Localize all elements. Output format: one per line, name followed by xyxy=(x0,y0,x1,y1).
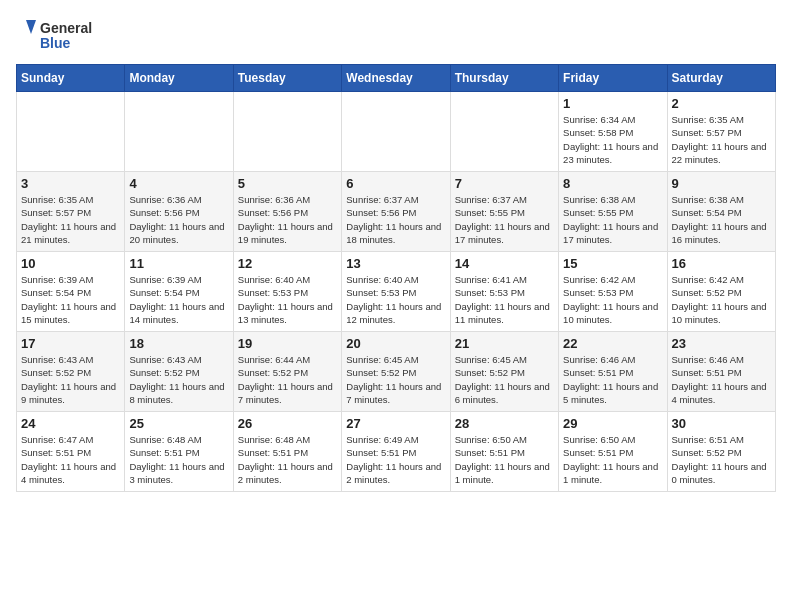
day-info: Sunrise: 6:40 AM Sunset: 5:53 PM Dayligh… xyxy=(238,273,337,326)
day-number: 15 xyxy=(563,256,662,271)
calendar-cell: 20Sunrise: 6:45 AM Sunset: 5:52 PM Dayli… xyxy=(342,332,450,412)
week-row-1: 1Sunrise: 6:34 AM Sunset: 5:58 PM Daylig… xyxy=(17,92,776,172)
day-number: 8 xyxy=(563,176,662,191)
calendar-cell: 26Sunrise: 6:48 AM Sunset: 5:51 PM Dayli… xyxy=(233,412,341,492)
calendar-cell: 7Sunrise: 6:37 AM Sunset: 5:55 PM Daylig… xyxy=(450,172,558,252)
day-number: 1 xyxy=(563,96,662,111)
calendar-cell xyxy=(17,92,125,172)
calendar-cell: 9Sunrise: 6:38 AM Sunset: 5:54 PM Daylig… xyxy=(667,172,775,252)
day-info: Sunrise: 6:49 AM Sunset: 5:51 PM Dayligh… xyxy=(346,433,445,486)
day-number: 19 xyxy=(238,336,337,351)
logo-svg: GeneralBlue xyxy=(16,16,96,56)
day-info: Sunrise: 6:43 AM Sunset: 5:52 PM Dayligh… xyxy=(129,353,228,406)
day-info: Sunrise: 6:48 AM Sunset: 5:51 PM Dayligh… xyxy=(238,433,337,486)
calendar-header-row: SundayMondayTuesdayWednesdayThursdayFrid… xyxy=(17,65,776,92)
day-number: 22 xyxy=(563,336,662,351)
day-number: 3 xyxy=(21,176,120,191)
svg-marker-0 xyxy=(26,20,36,34)
day-number: 7 xyxy=(455,176,554,191)
day-number: 30 xyxy=(672,416,771,431)
day-info: Sunrise: 6:38 AM Sunset: 5:55 PM Dayligh… xyxy=(563,193,662,246)
day-number: 26 xyxy=(238,416,337,431)
day-number: 9 xyxy=(672,176,771,191)
calendar-cell: 19Sunrise: 6:44 AM Sunset: 5:52 PM Dayli… xyxy=(233,332,341,412)
calendar-cell: 29Sunrise: 6:50 AM Sunset: 5:51 PM Dayli… xyxy=(559,412,667,492)
calendar-cell: 14Sunrise: 6:41 AM Sunset: 5:53 PM Dayli… xyxy=(450,252,558,332)
day-info: Sunrise: 6:50 AM Sunset: 5:51 PM Dayligh… xyxy=(563,433,662,486)
week-row-2: 3Sunrise: 6:35 AM Sunset: 5:57 PM Daylig… xyxy=(17,172,776,252)
day-number: 10 xyxy=(21,256,120,271)
day-number: 2 xyxy=(672,96,771,111)
day-info: Sunrise: 6:46 AM Sunset: 5:51 PM Dayligh… xyxy=(563,353,662,406)
day-number: 5 xyxy=(238,176,337,191)
day-info: Sunrise: 6:48 AM Sunset: 5:51 PM Dayligh… xyxy=(129,433,228,486)
calendar-cell: 25Sunrise: 6:48 AM Sunset: 5:51 PM Dayli… xyxy=(125,412,233,492)
day-info: Sunrise: 6:45 AM Sunset: 5:52 PM Dayligh… xyxy=(346,353,445,406)
day-info: Sunrise: 6:38 AM Sunset: 5:54 PM Dayligh… xyxy=(672,193,771,246)
day-number: 14 xyxy=(455,256,554,271)
calendar-cell: 16Sunrise: 6:42 AM Sunset: 5:52 PM Dayli… xyxy=(667,252,775,332)
header-monday: Monday xyxy=(125,65,233,92)
day-info: Sunrise: 6:40 AM Sunset: 5:53 PM Dayligh… xyxy=(346,273,445,326)
day-info: Sunrise: 6:43 AM Sunset: 5:52 PM Dayligh… xyxy=(21,353,120,406)
day-number: 27 xyxy=(346,416,445,431)
day-info: Sunrise: 6:47 AM Sunset: 5:51 PM Dayligh… xyxy=(21,433,120,486)
calendar-cell xyxy=(233,92,341,172)
day-number: 21 xyxy=(455,336,554,351)
header-sunday: Sunday xyxy=(17,65,125,92)
header-tuesday: Tuesday xyxy=(233,65,341,92)
day-number: 4 xyxy=(129,176,228,191)
day-info: Sunrise: 6:42 AM Sunset: 5:52 PM Dayligh… xyxy=(672,273,771,326)
calendar-cell: 21Sunrise: 6:45 AM Sunset: 5:52 PM Dayli… xyxy=(450,332,558,412)
day-number: 6 xyxy=(346,176,445,191)
calendar-cell: 6Sunrise: 6:37 AM Sunset: 5:56 PM Daylig… xyxy=(342,172,450,252)
calendar-cell: 3Sunrise: 6:35 AM Sunset: 5:57 PM Daylig… xyxy=(17,172,125,252)
day-info: Sunrise: 6:42 AM Sunset: 5:53 PM Dayligh… xyxy=(563,273,662,326)
week-row-3: 10Sunrise: 6:39 AM Sunset: 5:54 PM Dayli… xyxy=(17,252,776,332)
day-number: 16 xyxy=(672,256,771,271)
calendar-cell: 5Sunrise: 6:36 AM Sunset: 5:56 PM Daylig… xyxy=(233,172,341,252)
day-info: Sunrise: 6:36 AM Sunset: 5:56 PM Dayligh… xyxy=(129,193,228,246)
day-info: Sunrise: 6:35 AM Sunset: 5:57 PM Dayligh… xyxy=(672,113,771,166)
calendar-table: SundayMondayTuesdayWednesdayThursdayFrid… xyxy=(16,64,776,492)
calendar-cell: 13Sunrise: 6:40 AM Sunset: 5:53 PM Dayli… xyxy=(342,252,450,332)
logo: GeneralBlue xyxy=(16,16,96,56)
calendar-cell xyxy=(342,92,450,172)
day-number: 23 xyxy=(672,336,771,351)
calendar-cell: 10Sunrise: 6:39 AM Sunset: 5:54 PM Dayli… xyxy=(17,252,125,332)
calendar-cell: 18Sunrise: 6:43 AM Sunset: 5:52 PM Dayli… xyxy=(125,332,233,412)
day-number: 17 xyxy=(21,336,120,351)
header-saturday: Saturday xyxy=(667,65,775,92)
calendar-cell: 11Sunrise: 6:39 AM Sunset: 5:54 PM Dayli… xyxy=(125,252,233,332)
svg-text:General: General xyxy=(40,20,92,36)
day-info: Sunrise: 6:39 AM Sunset: 5:54 PM Dayligh… xyxy=(21,273,120,326)
day-info: Sunrise: 6:45 AM Sunset: 5:52 PM Dayligh… xyxy=(455,353,554,406)
day-number: 11 xyxy=(129,256,228,271)
day-number: 12 xyxy=(238,256,337,271)
day-info: Sunrise: 6:46 AM Sunset: 5:51 PM Dayligh… xyxy=(672,353,771,406)
day-info: Sunrise: 6:37 AM Sunset: 5:56 PM Dayligh… xyxy=(346,193,445,246)
day-info: Sunrise: 6:51 AM Sunset: 5:52 PM Dayligh… xyxy=(672,433,771,486)
day-info: Sunrise: 6:50 AM Sunset: 5:51 PM Dayligh… xyxy=(455,433,554,486)
calendar-cell: 8Sunrise: 6:38 AM Sunset: 5:55 PM Daylig… xyxy=(559,172,667,252)
calendar-cell: 22Sunrise: 6:46 AM Sunset: 5:51 PM Dayli… xyxy=(559,332,667,412)
header-wednesday: Wednesday xyxy=(342,65,450,92)
calendar-cell: 12Sunrise: 6:40 AM Sunset: 5:53 PM Dayli… xyxy=(233,252,341,332)
day-number: 28 xyxy=(455,416,554,431)
calendar-cell: 30Sunrise: 6:51 AM Sunset: 5:52 PM Dayli… xyxy=(667,412,775,492)
calendar-cell: 27Sunrise: 6:49 AM Sunset: 5:51 PM Dayli… xyxy=(342,412,450,492)
day-number: 13 xyxy=(346,256,445,271)
day-number: 25 xyxy=(129,416,228,431)
calendar-cell: 1Sunrise: 6:34 AM Sunset: 5:58 PM Daylig… xyxy=(559,92,667,172)
calendar-cell: 15Sunrise: 6:42 AM Sunset: 5:53 PM Dayli… xyxy=(559,252,667,332)
week-row-4: 17Sunrise: 6:43 AM Sunset: 5:52 PM Dayli… xyxy=(17,332,776,412)
day-info: Sunrise: 6:34 AM Sunset: 5:58 PM Dayligh… xyxy=(563,113,662,166)
day-number: 24 xyxy=(21,416,120,431)
calendar-cell xyxy=(450,92,558,172)
day-info: Sunrise: 6:37 AM Sunset: 5:55 PM Dayligh… xyxy=(455,193,554,246)
calendar-cell: 23Sunrise: 6:46 AM Sunset: 5:51 PM Dayli… xyxy=(667,332,775,412)
calendar-cell: 17Sunrise: 6:43 AM Sunset: 5:52 PM Dayli… xyxy=(17,332,125,412)
header: GeneralBlue xyxy=(16,16,776,56)
header-friday: Friday xyxy=(559,65,667,92)
day-info: Sunrise: 6:39 AM Sunset: 5:54 PM Dayligh… xyxy=(129,273,228,326)
